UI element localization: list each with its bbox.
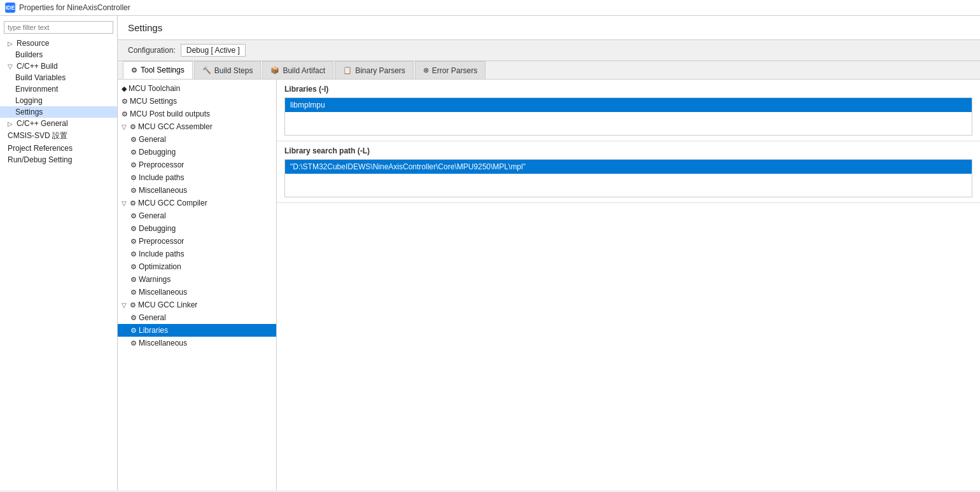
tab-icon-build-steps: 🔨	[202, 66, 211, 74]
config-bar: Configuration: Debug [ Active ]	[118, 40, 980, 61]
tree-item-linker-misc[interactable]: ⚙Miscellaneous	[118, 337, 276, 349]
tree-item-mcu-gcc-linker[interactable]: ▽⚙MCU GCC Linker	[118, 299, 276, 311]
sidebar-item-cmsis-svd[interactable]: CMSIS-SVD 設置	[0, 129, 117, 143]
tree-item-linker-libraries[interactable]: ⚙Libraries	[118, 324, 276, 337]
sidebar-item-environment[interactable]: Environment	[0, 83, 117, 95]
tree-icon-compiler-general: ⚙	[130, 212, 137, 220]
libraries-section: Libraries (-l) libmplmpu	[277, 80, 980, 141]
tree-icon-compiler-warnings: ⚙	[130, 276, 137, 284]
tree-icon-linker-misc: ⚙	[130, 339, 137, 348]
tree-item-assembler-debugging[interactable]: ⚙Debugging	[118, 146, 276, 158]
sidebar-item-logging[interactable]: Logging	[0, 95, 117, 106]
tab-icon-tool-settings: ⚙	[131, 66, 137, 74]
expand-arrow-cc-general: ▷	[8, 120, 13, 127]
tree-item-label-mcu-gcc-compiler: MCU GCC Compiler	[138, 199, 207, 207]
tab-label-build-artifact: Build Artifact	[283, 66, 325, 75]
tree-item-linker-general[interactable]: ⚙General	[118, 311, 276, 324]
tree-icon-compiler-preprocessor: ⚙	[130, 237, 137, 246]
sidebar-item-label-builders: Builders	[15, 50, 43, 59]
tree-item-compiler-general[interactable]: ⚙General	[118, 209, 276, 222]
tree-item-label-mcu-gcc-linker: MCU GCC Linker	[138, 300, 197, 309]
expand-arrow-resource: ▷	[8, 40, 13, 47]
tree-icon-compiler-include-paths: ⚙	[130, 250, 137, 258]
tab-build-artifact[interactable]: 📦Build Artifact	[262, 61, 333, 79]
body-layout: ◆MCU Toolchain⚙MCU Settings⚙MCU Post bui…	[118, 80, 980, 490]
tree-item-compiler-include-paths[interactable]: ⚙Include paths	[118, 248, 276, 260]
tree-icon-assembler-include-paths: ⚙	[130, 174, 137, 182]
tree-item-mcu-gcc-compiler[interactable]: ▽⚙MCU GCC Compiler	[118, 197, 276, 209]
sidebar-item-build-variables[interactable]: Build Variables	[0, 72, 117, 83]
ide-icon: IDE	[5, 3, 15, 13]
sidebar-item-builders[interactable]: Builders	[0, 49, 117, 60]
tree-item-label-compiler-include-paths: Include paths	[139, 250, 184, 258]
tree-item-label-compiler-general: General	[139, 211, 166, 220]
sidebar-item-label-cmsis-svd: CMSIS-SVD 設置	[8, 130, 67, 141]
tree-item-label-compiler-misc: Miscellaneous	[139, 288, 187, 297]
main-layout: ▷ResourceBuilders▽C/C++ BuildBuild Varia…	[0, 16, 980, 490]
tree-item-label-compiler-debugging: Debugging	[139, 224, 176, 233]
tree-item-compiler-warnings[interactable]: ⚙Warnings	[118, 273, 276, 286]
config-value[interactable]: Debug [ Active ]	[181, 44, 246, 57]
tabs-bar: ⚙Tool Settings🔨Build Steps📦Build Artifac…	[118, 61, 980, 80]
tab-label-binary-parsers: Binary Parsers	[355, 66, 405, 75]
tabs-container: ⚙Tool Settings🔨Build Steps📦Build Artifac…	[123, 61, 487, 79]
tree-item-compiler-misc[interactable]: ⚙Miscellaneous	[118, 286, 276, 299]
sidebar-item-label-build-variables: Build Variables	[15, 73, 66, 82]
filter-input[interactable]	[4, 21, 113, 34]
tab-label-build-steps: Build Steps	[214, 66, 253, 75]
tree-item-assembler-general[interactable]: ⚙General	[118, 133, 276, 146]
sidebar-item-cc-general[interactable]: ▷C/C++ General	[0, 118, 117, 129]
tree-item-label-mcu-toolchain: MCU Toolchain	[129, 84, 180, 93]
expand-arrow-mcu-gcc-compiler: ▽	[122, 200, 127, 207]
tab-error-parsers[interactable]: ⊗Error Parsers	[415, 61, 486, 79]
tree-item-mcu-post-build[interactable]: ⚙MCU Post build outputs	[118, 108, 276, 120]
libraries-items: libmplmpu	[285, 98, 972, 112]
tree-item-mcu-toolchain[interactable]: ◆MCU Toolchain	[118, 82, 276, 95]
sidebar-item-label-cc-general: C/C++ General	[17, 119, 68, 128]
sidebar-filter-area	[4, 21, 113, 34]
tree-item-label-assembler-preprocessor: Preprocessor	[139, 160, 184, 169]
expand-arrow-cc-build: ▽	[8, 63, 13, 70]
tree-item-assembler-misc[interactable]: ⚙Miscellaneous	[118, 184, 276, 197]
tree-item-compiler-optimization[interactable]: ⚙Optimization	[118, 260, 276, 273]
tree-item-label-mcu-post-build: MCU Post build outputs	[130, 109, 210, 118]
sidebar-item-settings[interactable]: Settings	[0, 106, 117, 118]
tree-item-assembler-include-paths[interactable]: ⚙Include paths	[118, 171, 276, 184]
tree-icon-assembler-debugging: ⚙	[130, 148, 137, 157]
sidebar-item-label-cc-build: C/C++ Build	[17, 62, 58, 71]
tree-item-label-assembler-general: General	[139, 135, 166, 144]
tree-icon-mcu-gcc-linker: ⚙	[130, 301, 136, 309]
tree-item-mcu-settings[interactable]: ⚙MCU Settings	[118, 95, 276, 108]
tree-item-label-compiler-preprocessor: Preprocessor	[139, 237, 184, 246]
main-wrapper: Settings Configuration: Debug [ Active ]…	[118, 16, 980, 490]
sidebar-item-label-project-references: Project References	[8, 144, 73, 153]
tree-icon-mcu-settings: ⚙	[122, 97, 128, 106]
sidebar-item-label-settings: Settings	[15, 108, 43, 116]
library-search-section: Library search path (-L) "D:\STM32CubeID…	[277, 141, 980, 203]
sidebar-item-label-resource: Resource	[17, 39, 49, 48]
tree-item-mcu-gcc-assembler[interactable]: ▽⚙MCU GCC Assembler	[118, 120, 276, 133]
tree-item-compiler-debugging[interactable]: ⚙Debugging	[118, 222, 276, 235]
tab-binary-parsers[interactable]: 📋Binary Parsers	[335, 61, 414, 79]
tree-item-label-compiler-warnings: Warnings	[139, 275, 171, 284]
sidebar-item-cc-build[interactable]: ▽C/C++ Build	[0, 60, 117, 72]
library-search-title: Library search path (-L)	[284, 146, 972, 155]
libraries-list: libmplmpu	[284, 97, 972, 136]
tree-icon-assembler-preprocessor: ⚙	[130, 161, 137, 169]
tab-icon-binary-parsers: 📋	[343, 66, 352, 74]
tree-item-label-assembler-include-paths: Include paths	[139, 173, 184, 182]
sidebar-item-project-references[interactable]: Project References	[0, 143, 117, 154]
tree-item-compiler-preprocessor[interactable]: ⚙Preprocessor	[118, 235, 276, 248]
tab-tool-settings[interactable]: ⚙Tool Settings	[123, 61, 193, 79]
tab-build-steps[interactable]: 🔨Build Steps	[194, 61, 262, 79]
sidebar-item-run-debug-setting[interactable]: Run/Debug Setting	[0, 154, 117, 165]
sidebar-item-label-environment: Environment	[15, 85, 58, 94]
tree-item-label-mcu-gcc-assembler: MCU GCC Assembler	[138, 122, 213, 131]
window-title: Properties for NineAxisController	[19, 3, 130, 12]
library-item-libmplmpu[interactable]: libmplmpu	[285, 98, 972, 112]
tab-icon-build-artifact: 📦	[270, 66, 279, 74]
tree-item-assembler-preprocessor[interactable]: ⚙Preprocessor	[118, 158, 276, 171]
library-search-items: "D:\STM32CubeIDEWS\NineAxisController\Co…	[285, 160, 972, 174]
sidebar-item-resource[interactable]: ▷Resource	[0, 38, 117, 49]
library-search-item-path1[interactable]: "D:\STM32CubeIDEWS\NineAxisController\Co…	[285, 160, 972, 174]
